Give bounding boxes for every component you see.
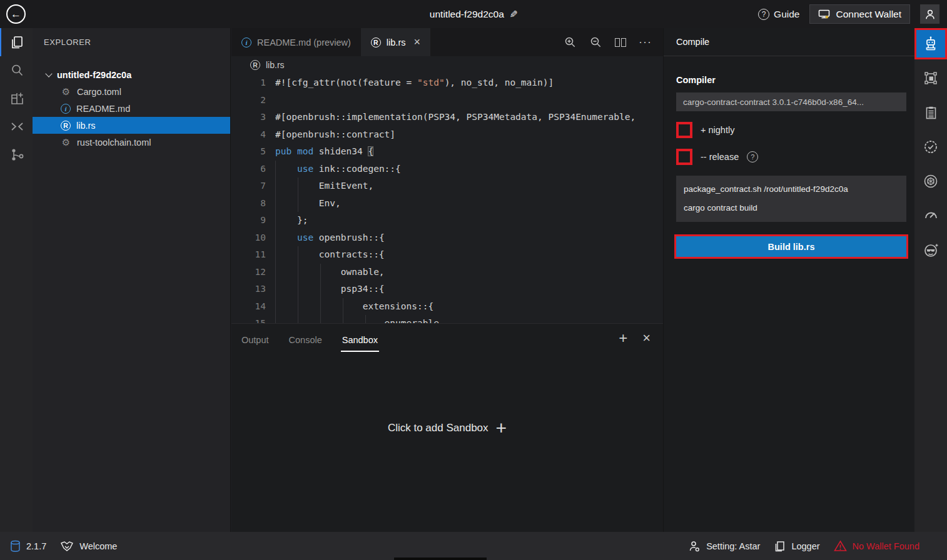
rail-compile-button[interactable] [914, 28, 947, 59]
rail-sandbox-button[interactable] [914, 234, 947, 266]
tab-readme-preview[interactable]: i README.md (preview) [231, 28, 361, 56]
code-line: 12 ownable, [231, 264, 663, 281]
code-line: 2 [231, 92, 663, 109]
version-label: 2.1.7 [26, 541, 46, 551]
rename-icon[interactable]: ✎ [507, 10, 519, 18]
logger-label: Logger [791, 541, 819, 551]
line-number: 7 [231, 178, 266, 195]
guide-label: Guide [774, 9, 799, 20]
rail-verify-button[interactable] [914, 131, 947, 162]
wallet-warning-item[interactable]: No Wallet Found [834, 540, 919, 552]
release-option-row: -- release ? [676, 149, 906, 165]
file-row-cargo-toml[interactable]: ⚙ Cargo.toml [33, 83, 230, 100]
explorer-header: EXPLORER [33, 28, 230, 56]
connect-wallet-button[interactable]: Connect Wallet [809, 4, 910, 24]
info-icon: i [61, 104, 71, 114]
close-tab-icon[interactable]: × [413, 36, 420, 49]
file-row-rust-toolchain-toml[interactable]: ⚙ rust-toolchain.toml [33, 134, 230, 151]
nightly-option-row: + nightly [676, 122, 906, 138]
code-line: 13 psp34::{ [231, 281, 663, 298]
release-label: -- release [701, 152, 739, 162]
add-panel-icon[interactable]: + [619, 329, 627, 347]
add-sandbox-button[interactable]: Click to add Sandbox + [231, 418, 663, 439]
badge-check-icon [923, 139, 939, 155]
build-button[interactable]: Build lib.rs [676, 236, 906, 257]
network-setting-label: Setting: Astar [706, 541, 760, 551]
selection-cube-icon [923, 70, 939, 86]
more-actions-icon[interactable]: ··· [639, 36, 652, 49]
git-branch-icon [9, 147, 25, 162]
titlebar: ← untitled-f29d2c0a ✎ ? Guide Connect Wa… [0, 0, 947, 28]
logger-item[interactable]: Logger [774, 540, 819, 552]
tree-root-folder[interactable]: untitled-f29d2c0a [33, 66, 230, 83]
activity-plugins-button[interactable] [0, 84, 33, 112]
file-row-lib-rs[interactable]: R lib.rs [33, 117, 230, 134]
network-setting-item[interactable]: Setting: Astar [688, 540, 760, 552]
activity-explorer-button[interactable] [0, 28, 33, 56]
breadcrumb[interactable]: R lib.rs [231, 56, 663, 73]
breadcrumb-file: lib.rs [266, 60, 285, 70]
tab-console[interactable]: Console [288, 328, 323, 352]
rail-ai-button[interactable] [914, 166, 947, 197]
compile-panel: Compile Compiler cargo-contract-contract… [663, 28, 914, 532]
wallet-warning-label: No Wallet Found [853, 541, 919, 551]
question-icon: ? [758, 9, 769, 20]
warning-icon [834, 540, 847, 552]
rail-gas-button[interactable] [914, 200, 947, 231]
openai-icon [923, 173, 939, 189]
connect-wallet-label: Connect Wallet [836, 9, 901, 20]
clipboard-icon [923, 105, 939, 121]
person-gear-icon [688, 540, 701, 552]
gauge-icon [923, 208, 939, 224]
line-number: 12 [231, 264, 266, 281]
guide-button[interactable]: ? Guide [758, 9, 799, 20]
code-line: 7 EmitEvent, [231, 178, 663, 195]
rail-deploy-button[interactable] [914, 62, 947, 94]
code-line: 9 }; [231, 212, 663, 229]
tab-lib-rs[interactable]: R lib.rs × [361, 28, 430, 56]
line-number: 1 [231, 74, 266, 92]
code-editor[interactable]: 1 #![cfg_attr(not(feature = "std"), no_s… [231, 73, 663, 323]
release-checkbox[interactable] [676, 149, 692, 165]
code-line: 14 extensions::{ [231, 298, 663, 316]
account-button[interactable] [920, 4, 939, 24]
zoom-in-icon[interactable] [564, 36, 577, 49]
nightly-checkbox[interactable] [676, 122, 692, 138]
cool-face-icon [923, 242, 939, 259]
bottom-panel: Output Console Sandbox + × Click to add … [231, 323, 663, 532]
split-editor-icon[interactable] [615, 38, 626, 47]
activity-collapse-button[interactable] [0, 112, 33, 141]
release-help-icon[interactable]: ? [747, 151, 758, 162]
rust-icon: R [371, 38, 381, 48]
file-row-readme-md[interactable]: i README.md [33, 100, 230, 117]
version-item[interactable]: 2.1.7 [10, 540, 46, 552]
line-number: 15 [231, 315, 266, 323]
tab-label: lib.rs [387, 38, 406, 48]
search-icon [9, 62, 25, 78]
welcome-label: Welcome [79, 541, 117, 551]
code-line: 4 #[openbrush::contract] [231, 126, 663, 144]
zoom-out-icon[interactable] [589, 36, 602, 49]
line-number: 2 [231, 92, 266, 109]
line-number: 6 [231, 161, 266, 178]
file-name: lib.rs [76, 121, 96, 131]
tab-output[interactable]: Output [240, 328, 270, 352]
compiler-select[interactable]: cargo-contract-contract 3.0.1-c746b0d-x8… [676, 92, 906, 111]
welcome-item[interactable]: Welcome [60, 541, 117, 552]
robot-icon [923, 36, 939, 52]
close-panel-icon[interactable]: × [642, 330, 651, 346]
code-line: 3 #[openbrush::implementation(PSP34, PSP… [231, 109, 663, 126]
gear-icon: ⚙ [61, 137, 71, 148]
tab-sandbox[interactable]: Sandbox [341, 328, 379, 352]
files-icon [9, 34, 25, 51]
activity-search-button[interactable] [0, 56, 33, 84]
person-icon [923, 8, 937, 21]
titlebar-actions: ? Guide Connect Wallet [758, 0, 939, 28]
code-line: 8 Env, [231, 195, 663, 212]
file-name: rust-toolchain.toml [77, 138, 151, 148]
plus-icon: + [496, 418, 507, 439]
database-icon [10, 540, 21, 552]
activity-git-button[interactable] [0, 141, 33, 169]
rail-clipboard-button[interactable] [914, 97, 947, 128]
code-line: 1 #![cfg_attr(not(feature = "std"), no_s… [231, 74, 663, 92]
